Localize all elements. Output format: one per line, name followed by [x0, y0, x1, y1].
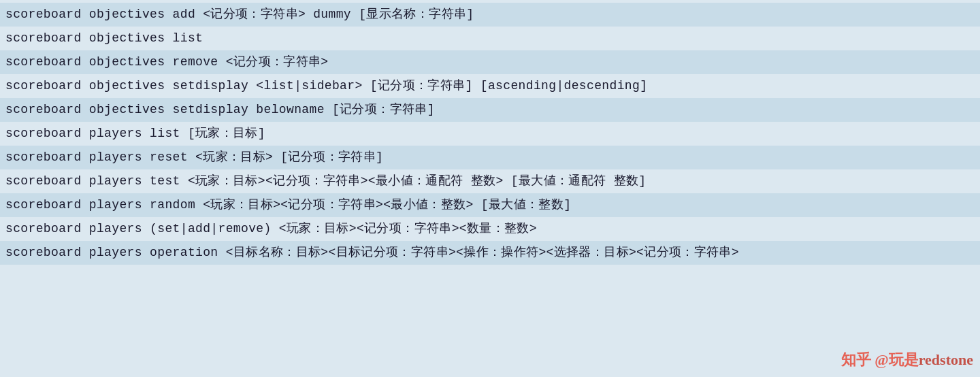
code-row-7: scoreboard players reset <玩家：目标> [记分项：字符… [0, 146, 980, 169]
main-container: scoreboard objectives add <记分项：字符串> dumm… [0, 0, 980, 377]
watermark: 知乎 @玩是redstone [841, 350, 973, 370]
code-row-8: scoreboard players test <玩家：目标><记分项：字符串>… [0, 169, 980, 193]
code-row-4: scoreboard objectives setdisplay <list|s… [0, 74, 980, 98]
watermark-en: redstone [919, 351, 973, 368]
code-row-5: scoreboard objectives setdisplay belowna… [0, 98, 980, 122]
code-row-1: scoreboard objectives add <记分项：字符串> dumm… [0, 3, 980, 27]
code-row-10: scoreboard players (set|add|remove) <玩家：… [0, 217, 980, 241]
code-row-6: scoreboard players list [玩家：目标] [0, 122, 980, 146]
code-row-3: scoreboard objectives remove <记分项：字符串> [0, 50, 980, 74]
code-row-11: scoreboard players operation <目标名称：目标><目… [0, 241, 980, 265]
code-row-9: scoreboard players random <玩家：目标><记分项：字符… [0, 193, 980, 217]
watermark-zh: 知乎 @玩是 [841, 351, 919, 368]
code-row-2: scoreboard objectives list [0, 27, 980, 50]
